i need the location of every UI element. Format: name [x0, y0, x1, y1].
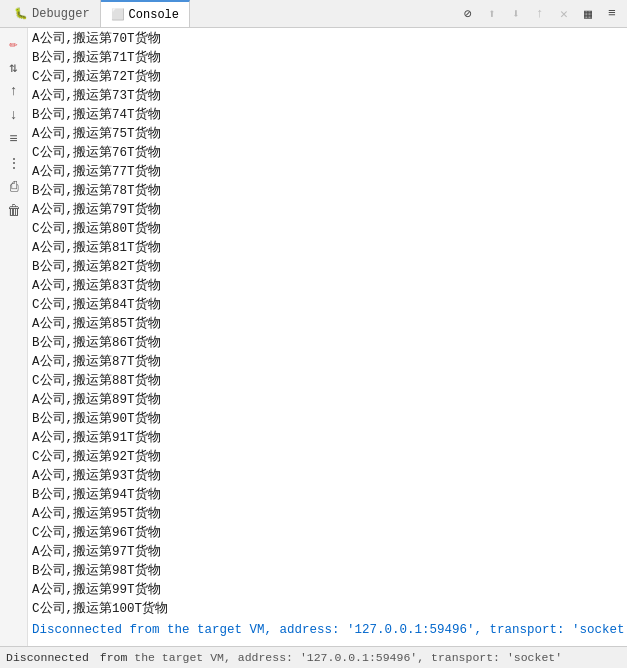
tab-console-label: Console [129, 8, 179, 22]
print-icon[interactable]: ⎙ [3, 176, 25, 198]
console-line: C公司,搬运第84T货物 [32, 296, 623, 315]
console-line: C公司,搬运第92T货物 [32, 448, 623, 467]
console-line: B公司,搬运第74T货物 [32, 106, 623, 125]
console-line: C公司,搬运第72T货物 [32, 68, 623, 87]
arrow-down-icon[interactable]: ↓ [3, 104, 25, 126]
console-line: B公司,搬运第94T货物 [32, 486, 623, 505]
lines-icon[interactable]: ≡ [3, 128, 25, 150]
console-line: A公司,搬运第97T货物 [32, 543, 623, 562]
scroll-top-button[interactable]: ⬆ [481, 3, 503, 25]
console-line: A公司,搬运第95T货物 [32, 505, 623, 524]
console-icon: ⬜ [111, 8, 125, 21]
console-line: A公司,搬运第99T货物 [32, 581, 623, 600]
clear-console-button[interactable]: ⊘ [457, 3, 479, 25]
console-line: B公司,搬运第71T货物 [32, 49, 623, 68]
console-line: A公司,搬运第85T货物 [32, 315, 623, 334]
lines2-icon[interactable]: ⋮ [3, 152, 25, 174]
sort-icon[interactable]: ⇅ [3, 56, 25, 78]
status-from-text: from [93, 651, 134, 664]
console-line: A公司,搬运第93T货物 [32, 467, 623, 486]
status-message-line: Disconnected from the target VM, address… [32, 621, 623, 640]
console-line: A公司,搬运第81T货物 [32, 239, 623, 258]
console-line: A公司,搬运第91T货物 [32, 429, 623, 448]
console-line: A公司,搬运第73T货物 [32, 87, 623, 106]
console-line: A公司,搬运第77T货物 [32, 163, 623, 182]
console-line: C公司,搬运第80T货物 [32, 220, 623, 239]
status-bar: Disconnected from the target VM, address… [0, 646, 627, 668]
tab-debugger-label: Debugger [32, 7, 90, 21]
console-line: B公司,搬运第90T货物 [32, 410, 623, 429]
console-line: C公司,搬运第76T货物 [32, 144, 623, 163]
tab-debugger[interactable]: 🐛 Debugger [4, 0, 101, 27]
console-line: C公司,搬运第96T货物 [32, 524, 623, 543]
console-line: C公司,搬运第88T货物 [32, 372, 623, 391]
filter-button[interactable]: ✕ [553, 3, 575, 25]
trash-icon[interactable]: 🗑 [3, 200, 25, 222]
console-line: A公司,搬运第70T货物 [32, 30, 623, 49]
scroll-bottom-button[interactable]: ⬇ [505, 3, 527, 25]
console-line: C公司,搬运第100T货物 [32, 600, 623, 619]
tab-bar: 🐛 Debugger ⬜ Console ⊘ ⬆ ⬇ ↑ ✕ ▦ ≡ [0, 0, 627, 28]
bug-icon: 🐛 [14, 7, 28, 20]
table-view-button[interactable]: ▦ [577, 3, 599, 25]
toolbar: ⊘ ⬆ ⬇ ↑ ✕ ▦ ≡ [457, 3, 623, 25]
edit-icon[interactable]: ✏ [3, 32, 25, 54]
table-view2-button[interactable]: ≡ [601, 3, 623, 25]
console-line: B公司,搬运第82T货物 [32, 258, 623, 277]
console-output[interactable]: A公司,搬运第70T货物B公司,搬运第71T货物C公司,搬运第72T货物A公司,… [28, 28, 627, 646]
scroll-up-button[interactable]: ↑ [529, 3, 551, 25]
status-disconnected-text: Disconnected [6, 651, 89, 664]
console-line: A公司,搬运第87T货物 [32, 353, 623, 372]
status-full-text: the target VM, address: '127.0.0.1:59496… [134, 651, 562, 664]
console-line: B公司,搬运第78T货物 [32, 182, 623, 201]
console-line: B公司,搬运第86T货物 [32, 334, 623, 353]
console-line: A公司,搬运第89T货物 [32, 391, 623, 410]
console-line: A公司,搬运第75T货物 [32, 125, 623, 144]
console-line: B公司,搬运第98T货物 [32, 562, 623, 581]
sidebar: ✏ ⇅ ↑ ↓ ≡ ⋮ ⎙ 🗑 [0, 28, 28, 646]
arrow-up-icon[interactable]: ↑ [3, 80, 25, 102]
console-line: A公司,搬运第79T货物 [32, 201, 623, 220]
tab-console[interactable]: ⬜ Console [101, 0, 190, 27]
main-area: ✏ ⇅ ↑ ↓ ≡ ⋮ ⎙ 🗑 A公司,搬运第70T货物B公司,搬运第71T货物… [0, 28, 627, 646]
console-line: A公司,搬运第83T货物 [32, 277, 623, 296]
